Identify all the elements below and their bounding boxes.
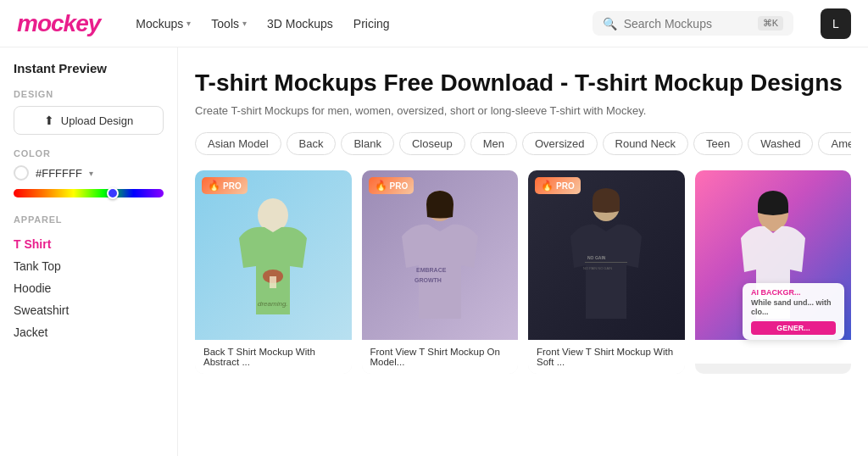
color-hex-value: #FFFFFF (36, 167, 82, 180)
pro-badge-1: 🔥 PRO (202, 177, 248, 194)
mockup-card-4[interactable]: AI BACKGR... While sand und... with clo.… (695, 170, 852, 374)
ai-background-badge[interactable]: AI BACKGR... While sand und... with clo.… (743, 283, 844, 340)
nav-pricing[interactable]: Pricing (345, 12, 398, 36)
filter-blank[interactable]: Blank (341, 132, 394, 155)
card-label-4 (695, 340, 852, 364)
sidebar-item-jacket[interactable]: Jacket (14, 321, 164, 343)
upload-design-button[interactable]: ⬆ Upload Design (14, 106, 164, 135)
svg-rect-2 (270, 276, 276, 288)
color-slider-handle[interactable] (107, 187, 119, 199)
color-spectrum-slider[interactable] (14, 189, 164, 197)
logo[interactable]: mockey (17, 10, 100, 37)
card-image-1: dreaming. (195, 170, 352, 340)
svg-text:GROWTH: GROWTH (415, 277, 442, 283)
navbar: mockey Mockups ▾ Tools ▾ 3D Mockups Pric… (0, 0, 868, 47)
ai-badge-text: While sand und... with clo... (751, 298, 836, 318)
svg-rect-9 (585, 262, 627, 263)
sidebar-item-tanktop[interactable]: Tank Top (14, 255, 164, 277)
mockup-card-3[interactable]: NO GAIN NO PAIN NO GAIN 🔥 PRO Front View… (528, 170, 685, 374)
user-avatar[interactable]: L (821, 8, 851, 39)
instant-preview-title: Instant Preview (14, 61, 164, 75)
sidebar-item-hoodie[interactable]: Hoodie (14, 277, 164, 299)
ai-badge-title: AI BACKGR... (751, 288, 836, 297)
filter-chips: Asian Model Back Blank Closeup Men Overs… (195, 132, 851, 155)
apparel-section: APPAREL T Shirt Tank Top Hoodie Sweatshi… (14, 214, 164, 343)
search-bar[interactable]: 🔍 ⌘K (593, 11, 793, 36)
page-title: T-shirt Mockups Free Download - T-shirt … (195, 68, 851, 97)
nav-tools[interactable]: Tools ▾ (203, 12, 255, 36)
card-image-2: EMBRACE GROWTH (362, 170, 519, 340)
card-image-3: NO GAIN NO PAIN NO GAIN (528, 170, 685, 340)
svg-text:NO PAIN NO GAIN: NO PAIN NO GAIN (583, 266, 612, 270)
chevron-down-icon: ▾ (186, 19, 191, 28)
card-label-3: Front View T Shirt Mockup With Soft ... (528, 340, 685, 374)
color-swatch (14, 165, 29, 181)
main-content: T-shirt Mockups Free Download - T-shirt … (178, 47, 868, 456)
design-section-label: DESIGN (14, 89, 164, 99)
keyboard-shortcut: ⌘K (758, 16, 783, 31)
chevron-down-icon: ▾ (89, 169, 93, 178)
main-layout: Instant Preview DESIGN ⬆ Upload Design C… (0, 47, 868, 456)
search-icon: 🔍 (603, 17, 617, 31)
filter-men[interactable]: Men (470, 132, 517, 155)
filter-closeup[interactable]: Closeup (399, 132, 465, 155)
svg-text:EMBRACE: EMBRACE (416, 267, 447, 273)
filter-teen[interactable]: Teen (693, 132, 743, 155)
mockup-card-1[interactable]: dreaming. 🔥 PRO Back T Shirt Mockup With… (195, 170, 352, 374)
filter-oversized[interactable]: Oversized (522, 132, 598, 155)
svg-text:dreaming.: dreaming. (258, 300, 288, 308)
nav-3d-mockups[interactable]: 3D Mockups (259, 12, 342, 36)
fire-icon: 🔥 (375, 180, 387, 192)
color-section-label: COLOR (14, 148, 164, 158)
sidebar: Instant Preview DESIGN ⬆ Upload Design C… (0, 47, 178, 456)
filter-washed[interactable]: Washed (748, 132, 813, 155)
filter-asian-model[interactable]: Asian Model (195, 132, 281, 155)
filter-more[interactable]: Ameri... (818, 132, 851, 155)
card-label-2: Front View T Shirt Mockup On Model... (362, 340, 519, 374)
pro-badge-2: 🔥 PRO (369, 177, 415, 194)
page-subtitle: Create T-shirt Mockups for men, women, o… (195, 104, 851, 117)
apparel-section-label: APPAREL (14, 214, 164, 225)
fire-icon: 🔥 (208, 180, 220, 192)
fire-icon: 🔥 (541, 180, 554, 192)
search-input[interactable] (624, 17, 751, 31)
svg-text:NO GAIN: NO GAIN (587, 255, 606, 260)
card-label-1: Back T Shirt Mockup With Abstract ... (195, 340, 352, 374)
sidebar-item-tshirt[interactable]: T Shirt (14, 233, 164, 255)
mockup-card-2[interactable]: EMBRACE GROWTH 🔥 PRO Front View T Shirt … (362, 170, 519, 374)
upload-icon: ⬆ (44, 114, 54, 127)
nav-mockups[interactable]: Mockups ▾ (127, 12, 199, 36)
filter-back[interactable]: Back (287, 132, 337, 155)
sidebar-item-sweatshirt[interactable]: Sweatshirt (14, 299, 164, 321)
chevron-down-icon: ▾ (242, 19, 247, 28)
filter-round-neck[interactable]: Round Neck (603, 132, 689, 155)
mockup-grid: dreaming. 🔥 PRO Back T Shirt Mockup With… (195, 170, 851, 374)
generate-button[interactable]: GENER... (751, 321, 836, 335)
nav-links: Mockups ▾ Tools ▾ 3D Mockups Pricing (127, 12, 398, 36)
pro-badge-3: 🔥 PRO (535, 177, 581, 194)
color-picker-row[interactable]: #FFFFFF ▾ (14, 165, 164, 181)
